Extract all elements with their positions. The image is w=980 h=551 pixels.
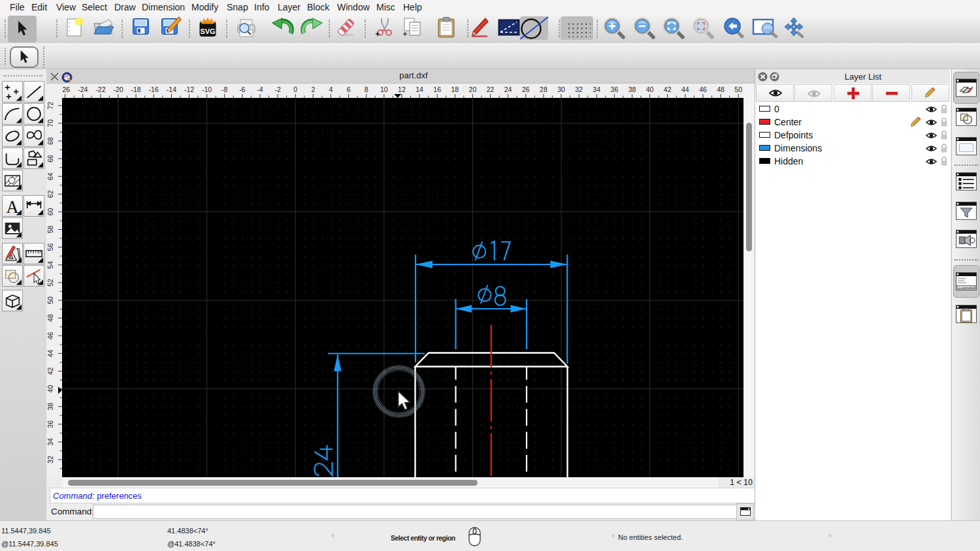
svg-text:-24: -24 xyxy=(78,86,88,93)
svg-text:38: 38 xyxy=(629,86,636,93)
svg-text:2: 2 xyxy=(311,86,315,93)
svg-text:50: 50 xyxy=(46,296,54,304)
svg-text:-14: -14 xyxy=(167,86,176,93)
svg-text:72: 72 xyxy=(46,102,54,110)
svg-text:-20: -20 xyxy=(113,86,123,93)
svg-text:62: 62 xyxy=(46,190,54,198)
svg-text:10: 10 xyxy=(380,86,388,93)
svg-text:46: 46 xyxy=(699,86,707,93)
svg-text:-10: -10 xyxy=(202,86,212,93)
svg-text:68: 68 xyxy=(46,137,54,145)
svg-text:-26: -26 xyxy=(62,86,70,93)
svg-text:36: 36 xyxy=(46,420,54,428)
svg-text:48: 48 xyxy=(46,314,54,322)
svg-text:24: 24 xyxy=(504,86,512,93)
svg-text:42: 42 xyxy=(664,86,672,93)
svg-text:32: 32 xyxy=(575,86,583,93)
svg-text:34: 34 xyxy=(46,438,54,446)
svg-text:46: 46 xyxy=(46,332,54,339)
svg-text:16: 16 xyxy=(433,86,441,93)
svg-text:c command: c command xyxy=(958,286,975,289)
svg-text:4: 4 xyxy=(329,86,333,93)
svg-text:14: 14 xyxy=(416,86,423,93)
svg-text:50: 50 xyxy=(734,86,742,93)
svg-text:44: 44 xyxy=(681,86,689,93)
svg-text:64: 64 xyxy=(46,172,54,180)
svg-text:32: 32 xyxy=(46,456,54,464)
svg-text:26: 26 xyxy=(522,86,530,93)
svg-text:70: 70 xyxy=(46,119,54,127)
svg-text:-2: -2 xyxy=(274,86,280,93)
svg-text:0: 0 xyxy=(293,86,297,93)
svg-text:-22: -22 xyxy=(95,86,105,93)
svg-text:6: 6 xyxy=(347,86,351,93)
svg-text:A: A xyxy=(7,198,19,216)
svg-text:-18: -18 xyxy=(131,86,141,93)
svg-text:-12: -12 xyxy=(184,86,194,93)
svg-text:42: 42 xyxy=(46,368,54,375)
svg-text:12: 12 xyxy=(398,86,406,93)
svg-text:-4: -4 xyxy=(257,86,263,93)
svg-text:-16: -16 xyxy=(149,86,159,93)
svg-text:40: 40 xyxy=(646,86,654,93)
svg-text:20: 20 xyxy=(469,86,477,93)
svg-text:22: 22 xyxy=(487,86,495,93)
svg-text:SVG: SVG xyxy=(200,27,215,35)
svg-text:56: 56 xyxy=(46,244,54,251)
svg-text:58: 58 xyxy=(46,226,54,234)
svg-text:44: 44 xyxy=(46,349,54,357)
svg-text:-8: -8 xyxy=(221,86,227,93)
svg-text:52: 52 xyxy=(46,279,54,287)
svg-text:-6: -6 xyxy=(239,86,245,93)
svg-text:8: 8 xyxy=(365,86,368,93)
svg-text:38: 38 xyxy=(46,403,54,411)
svg-text:48: 48 xyxy=(717,86,725,93)
svg-text:66: 66 xyxy=(46,155,54,163)
svg-text:54: 54 xyxy=(46,261,54,269)
svg-text:28: 28 xyxy=(540,86,547,93)
svg-text:40: 40 xyxy=(46,385,54,393)
svg-text:36: 36 xyxy=(611,86,619,93)
svg-text:34: 34 xyxy=(593,86,600,93)
svg-text:60: 60 xyxy=(46,208,54,215)
svg-text:30: 30 xyxy=(557,86,565,93)
svg-text:18: 18 xyxy=(451,86,459,93)
